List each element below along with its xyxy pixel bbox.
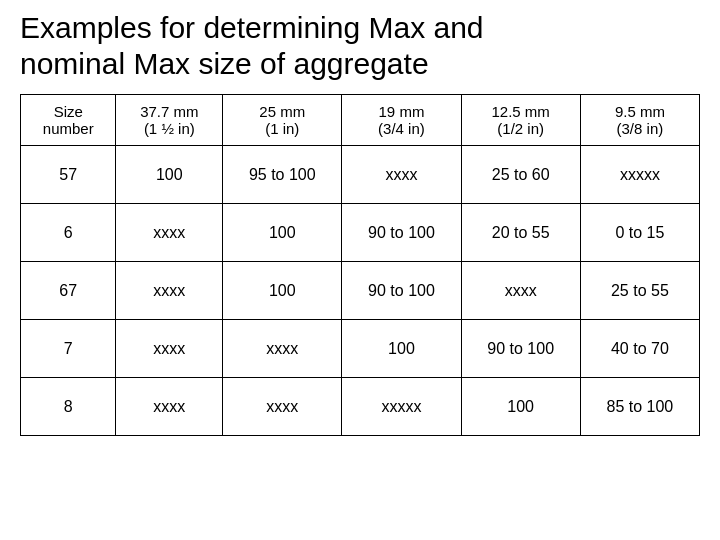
cell-r3-c1: xxxx: [116, 320, 223, 378]
cell-r1-c4: 20 to 55: [461, 204, 580, 262]
cell-r4-c0: 8: [21, 378, 116, 436]
cell-r2-c4: xxxx: [461, 262, 580, 320]
col-header-25: 25 mm (1 in): [223, 95, 342, 146]
cell-r2-c0: 67: [21, 262, 116, 320]
cell-r1-c1: xxxx: [116, 204, 223, 262]
cell-r2-c3: 90 to 100: [342, 262, 461, 320]
col-header-size: Size number: [21, 95, 116, 146]
cell-r3-c4: 90 to 100: [461, 320, 580, 378]
page-title: Examples for determining Max and nominal…: [20, 10, 700, 82]
cell-r3-c3: 100: [342, 320, 461, 378]
cell-r1-c2: 100: [223, 204, 342, 262]
table-row: 5710095 to 100xxxx25 to 60xxxxx: [21, 146, 700, 204]
table-row: 6xxxx10090 to 10020 to 550 to 15: [21, 204, 700, 262]
cell-r4-c4: 100: [461, 378, 580, 436]
cell-r1-c3: 90 to 100: [342, 204, 461, 262]
col-header-19: 19 mm (3/4 in): [342, 95, 461, 146]
col-header-37: 37.7 mm (1 ½ in): [116, 95, 223, 146]
cell-r1-c0: 6: [21, 204, 116, 262]
cell-r3-c0: 7: [21, 320, 116, 378]
cell-r0-c0: 57: [21, 146, 116, 204]
cell-r2-c2: 100: [223, 262, 342, 320]
cell-r0-c3: xxxx: [342, 146, 461, 204]
cell-r1-c5: 0 to 15: [580, 204, 699, 262]
cell-r4-c2: xxxx: [223, 378, 342, 436]
cell-r0-c1: 100: [116, 146, 223, 204]
cell-r0-c4: 25 to 60: [461, 146, 580, 204]
cell-r3-c5: 40 to 70: [580, 320, 699, 378]
table-row: 8xxxxxxxxxxxxx10085 to 100: [21, 378, 700, 436]
cell-r4-c1: xxxx: [116, 378, 223, 436]
cell-r0-c5: xxxxx: [580, 146, 699, 204]
cell-r0-c2: 95 to 100: [223, 146, 342, 204]
col-header-9: 9.5 mm (3/8 in): [580, 95, 699, 146]
aggregate-table: Size number 37.7 mm (1 ½ in) 25 mm (1 in…: [20, 94, 700, 436]
col-header-12: 12.5 mm (1/2 in): [461, 95, 580, 146]
table-row: 7xxxxxxxx10090 to 10040 to 70: [21, 320, 700, 378]
cell-r4-c3: xxxxx: [342, 378, 461, 436]
cell-r3-c2: xxxx: [223, 320, 342, 378]
cell-r2-c5: 25 to 55: [580, 262, 699, 320]
cell-r4-c5: 85 to 100: [580, 378, 699, 436]
cell-r2-c1: xxxx: [116, 262, 223, 320]
table-row: 67xxxx10090 to 100xxxx25 to 55: [21, 262, 700, 320]
